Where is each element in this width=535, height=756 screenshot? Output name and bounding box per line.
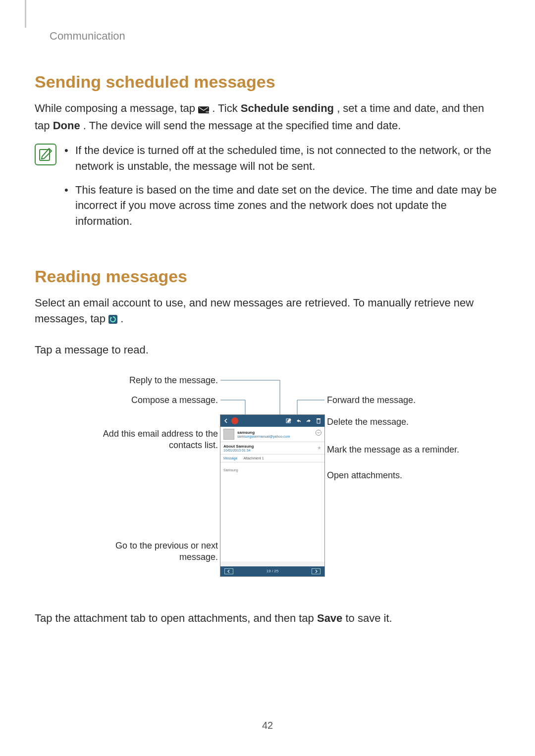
svg-point-3 xyxy=(206,111,207,112)
expand-icon[interactable] xyxy=(316,430,321,436)
refresh-icon xyxy=(108,312,117,328)
callout-reply: Reply to the message. xyxy=(89,375,218,386)
reading-paragraph-1: Select an email account to use, and new … xyxy=(35,295,500,328)
tab-attachment[interactable]: Attachment 1 xyxy=(240,454,267,462)
subject-date: 16/01/2013 01:34 xyxy=(223,449,321,452)
page-number: 42 xyxy=(0,720,535,731)
message-tabs: Message Attachment 1 xyxy=(220,454,324,462)
callout-delete: Delete the message. xyxy=(327,416,456,428)
done-bold: Done xyxy=(53,119,80,132)
trash-icon[interactable] xyxy=(315,417,322,424)
text: While composing a message, tap xyxy=(35,102,198,114)
note-block: If the device is turned off at the sched… xyxy=(35,143,500,237)
svg-rect-10 xyxy=(317,418,321,419)
note-icon-cell xyxy=(35,143,64,237)
scheduled-paragraph: While composing a message, tap . Tick Sc… xyxy=(35,101,500,134)
callout-prev-next: Go to the previous or next message. xyxy=(89,540,218,563)
text: Tap the attachment tab to open attachmen… xyxy=(35,612,317,624)
heading-scheduled: Sending scheduled messages xyxy=(35,72,500,92)
sender-row[interactable]: samsung samsungusermanual@yahoo.com xyxy=(220,427,324,442)
note-bullet-2: This feature is based on the time and da… xyxy=(64,182,500,230)
sender-name: samsung xyxy=(237,430,290,435)
diagram-wrap: Reply to the message. Compose a message.… xyxy=(35,373,500,591)
sender-email: samsungusermanual@yahoo.com xyxy=(237,435,290,438)
svg-point-2 xyxy=(207,111,208,112)
page: Communication Sending scheduled messages… xyxy=(0,0,535,756)
schedule-sending-bold: Schedule sending xyxy=(241,102,334,114)
running-header: Communication xyxy=(50,15,500,43)
prev-message-button[interactable] xyxy=(224,568,233,574)
back-icon[interactable] xyxy=(222,417,229,424)
note-icon xyxy=(35,144,56,165)
compose-icon[interactable] xyxy=(285,417,293,424)
header-accent-line xyxy=(25,0,26,28)
svg-rect-6 xyxy=(108,315,117,324)
after-diagram-paragraph: Tap the attachment tab to open attachmen… xyxy=(35,610,500,626)
section-reading: Reading messages Select an email account… xyxy=(35,267,500,626)
reading-paragraph-2: Tap a message to read. xyxy=(35,342,500,358)
body-preview: Samsung xyxy=(223,468,238,472)
callout-forward: Forward the message. xyxy=(327,395,456,406)
message-body: Samsung xyxy=(220,462,324,561)
star-icon[interactable]: ★ xyxy=(317,445,321,451)
next-message-button[interactable] xyxy=(312,568,321,574)
text: . The device will send the message at th… xyxy=(83,119,401,132)
subject-row: About Samsung 16/01/2013 01:34 ★ xyxy=(220,442,324,454)
svg-rect-9 xyxy=(317,419,320,423)
save-bold: Save xyxy=(317,612,342,624)
avatar[interactable] xyxy=(223,429,234,440)
app-badge-icon xyxy=(231,417,238,424)
callout-reminder: Mark the message as a reminder. xyxy=(327,444,466,455)
subject-title: About Samsung xyxy=(223,444,321,449)
text: . xyxy=(120,312,123,325)
callout-compose: Compose a message. xyxy=(89,395,218,406)
text: Select an email account to use, and new … xyxy=(35,297,474,325)
email-app-diagram: Reply to the message. Compose a message.… xyxy=(59,373,476,591)
note-bullets: If the device is turned off at the sched… xyxy=(64,143,500,237)
envelope-menu-icon xyxy=(198,102,209,118)
message-counter: 19 / 25 xyxy=(267,569,278,573)
text: to save it. xyxy=(345,612,392,624)
heading-reading: Reading messages xyxy=(35,267,500,286)
tab-message[interactable]: Message xyxy=(220,454,240,462)
phone-footer: 19 / 25 xyxy=(220,566,324,576)
callout-add-contact: Add this email address to the contacts l… xyxy=(89,428,218,452)
forward-icon[interactable] xyxy=(305,417,313,424)
text: . Tick xyxy=(212,102,240,114)
callout-open-attachments: Open attachments. xyxy=(327,470,456,481)
phone-topbar xyxy=(220,415,324,427)
note-bullet-1: If the device is turned off at the sched… xyxy=(64,143,500,174)
section-scheduled: Sending scheduled messages While composi… xyxy=(35,72,500,237)
phone-mock: samsung samsungusermanual@yahoo.com Abou… xyxy=(220,414,325,577)
reply-icon[interactable] xyxy=(295,417,303,424)
